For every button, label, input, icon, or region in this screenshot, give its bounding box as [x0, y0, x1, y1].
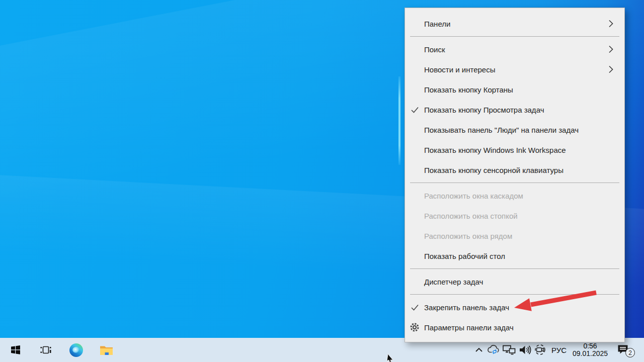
file-explorer-icon [100, 344, 113, 356]
annotation-arrow [507, 288, 600, 315]
check-icon [405, 105, 424, 115]
start-button[interactable] [4, 338, 27, 362]
menu-item-label: Расположить окна рядом [424, 232, 618, 240]
mouse-cursor [385, 354, 395, 362]
menu-item-side-by-side-windows: Расположить окна рядом [405, 226, 624, 246]
menu-item-label: Показать кнопку Кортаны [424, 85, 618, 94]
menu-item-show-desktop[interactable]: Показать рабочий стол [405, 246, 624, 266]
chevron-up-icon [473, 345, 485, 355]
speaker-icon [518, 343, 533, 356]
menu-item-show-task-view-button[interactable]: Показать кнопку Просмотра задач [405, 100, 624, 120]
menu-item-show-cortana-button[interactable]: Показать кнопку Кортаны [405, 79, 624, 100]
menu-item-show-people-bar[interactable]: Показывать панель "Люди" на панели задач [405, 120, 624, 140]
tray-clock[interactable]: 0:56 09.01.2025 [568, 340, 613, 360]
menu-item-panels[interactable]: Панели [405, 14, 624, 34]
file-explorer-button[interactable] [95, 338, 118, 362]
menu-item-label: Показать кнопку сенсорной клавиатуры [424, 166, 618, 174]
submenu-arrow-icon [605, 18, 616, 29]
menu-item-label: Диспетчер задач [424, 278, 618, 286]
submenu-arrow-icon [605, 44, 616, 55]
task-view-button[interactable] [34, 338, 57, 362]
menu-item-label: Поиск [424, 45, 605, 54]
tray-action-center-button[interactable]: 2 [617, 344, 629, 355]
menu-item-label: Новости и интересы [424, 65, 605, 74]
tray-show-hidden-icons-button[interactable] [473, 345, 485, 355]
onedrive-sync-cloud-icon [486, 343, 500, 356]
tray-volume-button[interactable] [518, 343, 533, 356]
menu-item-news-and-interests[interactable]: Новости и интересы [405, 59, 624, 79]
menu-item-label: Расположить окна каскадом [424, 192, 618, 200]
clock-date: 09.01.2025 [573, 350, 608, 357]
menu-item-label: Панели [424, 20, 605, 28]
menu-item-show-windows-ink-workspace-button[interactable]: Показать кнопку Windows Ink Workspace [405, 140, 624, 160]
clock-time: 0:56 [583, 342, 597, 350]
wallpaper-glint-strip [398, 76, 400, 165]
check-icon [405, 303, 424, 312]
menu-separator [410, 183, 619, 183]
taskbar-left-icons [4, 338, 125, 362]
tray-onedrive-button[interactable] [486, 343, 500, 356]
network-icon [502, 343, 517, 356]
tray-network-button[interactable] [502, 343, 517, 356]
menu-separator [410, 268, 619, 269]
menu-separator [410, 36, 619, 37]
menu-item-label: Показать рабочий стол [424, 252, 618, 260]
tray-meet-now-button[interactable] [533, 343, 547, 356]
menu-item-label: Показывать панель "Люди" на панели задач [424, 126, 618, 134]
menu-item-taskbar-settings[interactable]: Параметры панели задач [405, 317, 624, 337]
menu-item-cascade-windows: Расположить окна каскадом [405, 186, 624, 206]
menu-item-label: Параметры панели задач [424, 323, 618, 332]
menu-item-label: Расположить окна стопкой [424, 212, 618, 220]
menu-item-search[interactable]: Поиск [405, 39, 624, 59]
menu-item-show-touch-keyboard-button[interactable]: Показать кнопку сенсорной клавиатуры [405, 160, 624, 180]
submenu-arrow-icon [605, 64, 616, 75]
windows-logo-icon [10, 344, 22, 356]
task-view-icon [39, 343, 52, 356]
edge-icon [69, 343, 83, 357]
menu-item-label: Показать кнопку Windows Ink Workspace [424, 146, 618, 154]
tray-language-indicator[interactable]: РУС [548, 344, 570, 355]
language-label: РУС [551, 346, 567, 354]
camera-icon [533, 343, 547, 356]
edge-browser-button[interactable] [64, 338, 88, 362]
notification-count-badge: 2 [625, 348, 635, 357]
menu-item-label: Показать кнопку Просмотра задач [424, 106, 618, 114]
menu-item-stack-windows: Расположить окна стопкой [405, 206, 624, 226]
gear-icon [405, 322, 424, 332]
